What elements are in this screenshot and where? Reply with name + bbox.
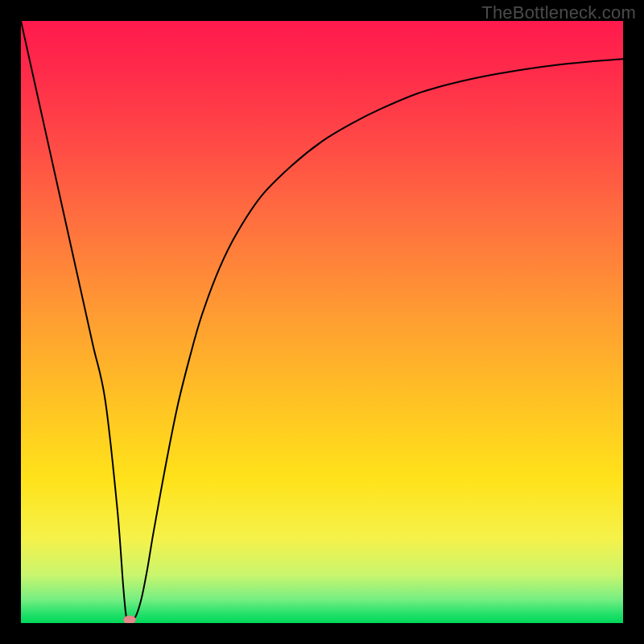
watermark-text: TheBottleneck.com (481, 2, 636, 23)
bottleneck-curve (21, 21, 623, 623)
optimal-point-marker (123, 616, 136, 623)
plot-area (21, 21, 623, 623)
chart-frame: TheBottleneck.com (0, 0, 644, 644)
